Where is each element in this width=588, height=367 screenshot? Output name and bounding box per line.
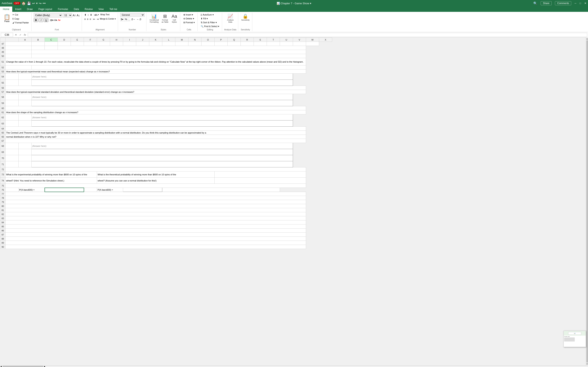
increase-decimal-button[interactable]: .0→	[130, 17, 136, 21]
tab-tell-me[interactable]: Tell me	[107, 7, 120, 12]
cell-47-M[interactable]	[175, 42, 189, 46]
comma-button[interactable]: ,	[128, 17, 130, 21]
borders-button[interactable]: ⊞▾	[50, 19, 53, 22]
cell-59-C[interactable]	[32, 100, 293, 106]
scroll-thumb[interactable]	[586, 40, 588, 363]
formula-input[interactable]	[28, 33, 587, 37]
cell-styles-button[interactable]: Aa CellStyles	[170, 13, 178, 24]
share-button[interactable]: Share	[541, 1, 552, 5]
more-commands-icon[interactable]: •••	[43, 2, 46, 5]
cell-47-D[interactable]	[58, 42, 71, 46]
cell-51-A[interactable]: Change the value of n from 1 through 10.…	[6, 58, 306, 66]
wrap-text-button[interactable]: Wrap Text	[100, 13, 110, 17]
increase-indent-button[interactable]: ⇥	[96, 17, 99, 21]
cell-47-H[interactable]	[110, 42, 123, 46]
sheet-scroll[interactable]: A B C D E F G H I J K L M N O	[0, 38, 586, 365]
fill-color-button[interactable]: A▾	[54, 19, 57, 22]
col-header-T[interactable]: T	[267, 38, 280, 42]
cell-66-A[interactable]: normal distribution when n is 10? Why or…	[6, 135, 306, 139]
autosave-toggle[interactable]: OFF	[13, 2, 20, 5]
format-button[interactable]: ⊟ Format ▾	[182, 21, 196, 24]
cell-54-C[interactable]: (Answer here)	[32, 74, 293, 80]
cell-47-J[interactable]	[136, 42, 149, 46]
cell-74-A[interactable]: wheel? (Hint: You need to reference the …	[6, 178, 97, 184]
tab-formulas[interactable]: Formulas	[55, 7, 71, 12]
cell-63-C[interactable]	[32, 120, 293, 127]
undo-icon[interactable]: ↩	[32, 1, 35, 5]
fill-button[interactable]: ⬇ Fill ▾	[200, 17, 209, 20]
col-header-A[interactable]: A	[18, 38, 32, 42]
col-header-F[interactable]: F	[84, 38, 97, 42]
cell-47-P[interactable]	[215, 42, 228, 46]
analyze-data-button[interactable]: 📈 AnalyzeData	[226, 13, 234, 24]
cell-57-A[interactable]: How does the typical experimental standa…	[6, 90, 306, 94]
cell-47-R[interactable]	[241, 42, 254, 46]
formula-cancel-button[interactable]: ✕	[14, 33, 18, 37]
cell-47-G[interactable]	[97, 42, 110, 46]
tab-insert[interactable]: Insert	[12, 7, 24, 12]
cell-47-K[interactable]	[149, 42, 162, 46]
align-top-button[interactable]: ⬆	[84, 13, 87, 17]
cell-53-A[interactable]: How does the typical experimental mean a…	[6, 69, 306, 74]
cell-55-C[interactable]	[32, 80, 293, 86]
col-header-C[interactable]: C	[45, 38, 58, 42]
tab-draw[interactable]: Draw	[24, 7, 35, 12]
cell-47-O[interactable]	[201, 42, 215, 46]
cell-47-F[interactable]	[84, 42, 97, 46]
cell-62-C[interactable]: (Answer here)	[32, 114, 293, 120]
cell-73-A[interactable]: What is the experimental probability of …	[6, 171, 97, 178]
col-header-Q[interactable]: Q	[228, 38, 241, 42]
delete-button[interactable]: ⊖ Delete ▾	[182, 17, 195, 20]
align-right-button[interactable]: ≡	[89, 17, 91, 21]
tab-data[interactable]: Data	[71, 7, 82, 12]
autosum-button[interactable]: Σ AutoSum ▾	[200, 13, 215, 17]
cell-61-A[interactable]: How does the shape of the sampling distr…	[6, 110, 306, 114]
col-header-B[interactable]: B	[32, 38, 45, 42]
cell-47-C[interactable]	[45, 42, 58, 46]
cell-47-E[interactable]	[71, 42, 84, 46]
cell-47-I[interactable]	[123, 42, 136, 46]
cell-74-H[interactable]: wheel? (Assume you can use a normal dist…	[97, 178, 215, 184]
font-color-button[interactable]: A▾	[58, 19, 61, 22]
close-button[interactable]: ✕	[584, 2, 586, 5]
col-header-W[interactable]: W	[306, 38, 319, 42]
formula-confirm-button[interactable]: ✓	[18, 33, 22, 37]
currency-button[interactable]: $▾	[120, 17, 124, 21]
title-chevron[interactable]: ▾	[310, 2, 311, 5]
cell-52-A[interactable]	[6, 66, 32, 69]
col-header-O[interactable]: O	[201, 38, 215, 42]
col-header-E[interactable]: E	[71, 38, 84, 42]
sort-filter-button[interactable]: ⇅ Sort & Filter ▾	[200, 21, 218, 24]
align-middle-button[interactable]: ↕	[87, 13, 89, 17]
align-left-button[interactable]: ≡	[84, 17, 86, 21]
cell-50-A[interactable]	[6, 54, 32, 58]
save-icon[interactable]: 💾	[27, 1, 31, 5]
cell-68-C[interactable]: (Answer here)	[32, 143, 293, 149]
cell-48-C[interactable]	[45, 46, 58, 50]
cell-48-A[interactable]	[6, 46, 32, 50]
font-size-select[interactable]: 11	[63, 13, 72, 17]
cell-47-N[interactable]	[189, 42, 201, 46]
cell-76-input1[interactable]	[45, 188, 84, 192]
scroll-down-button[interactable]: ▼	[586, 363, 588, 365]
redo-icon[interactable]: ↪	[39, 1, 42, 5]
comments-button[interactable]: Comments	[555, 1, 571, 5]
copy-button[interactable]: ⎘Copy	[11, 17, 30, 20]
merge-center-button[interactable]: Merge & Center ▾	[99, 17, 116, 21]
decrease-indent-button[interactable]: ⇤	[93, 17, 96, 21]
percent-button[interactable]: %	[124, 17, 128, 21]
cell-47-Q[interactable]	[228, 42, 241, 46]
italic-button[interactable]: I	[39, 18, 43, 22]
col-header-N[interactable]: N	[189, 38, 201, 42]
cell-69-C[interactable]	[32, 149, 293, 155]
formula-fx-button[interactable]: fx	[23, 33, 27, 37]
col-header-L[interactable]: L	[162, 38, 175, 42]
col-header-P[interactable]: P	[215, 38, 228, 42]
col-header-K[interactable]: K	[149, 38, 162, 42]
cell-71-C[interactable]	[32, 161, 293, 167]
tab-home[interactable]: Home	[0, 7, 12, 12]
conditional-formatting-button[interactable]: 📊 ConditionalFormatting	[148, 13, 160, 24]
align-bottom-button[interactable]: ⬇	[90, 13, 93, 17]
paste-button[interactable]: 📋 Paste	[3, 13, 11, 24]
col-header-I[interactable]: I	[123, 38, 136, 42]
